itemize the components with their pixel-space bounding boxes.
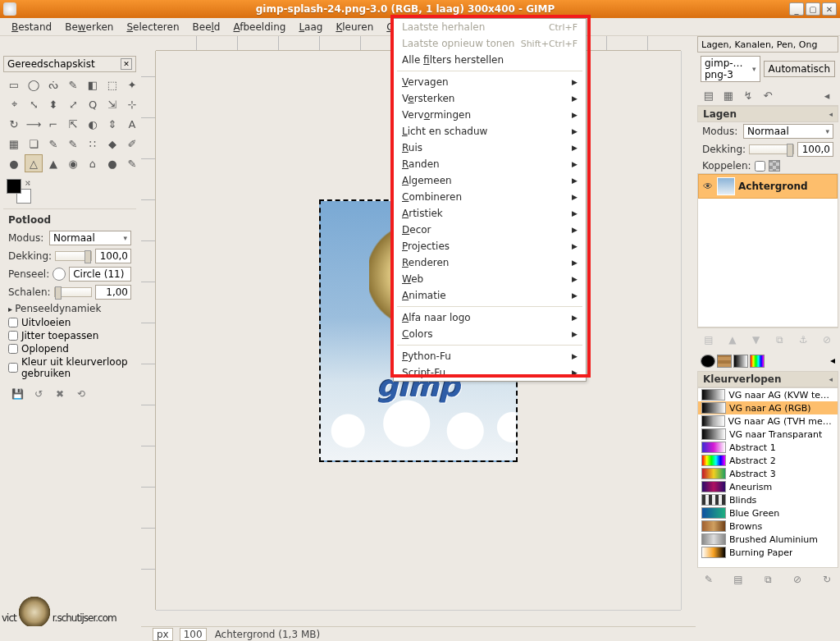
raise-layer-icon[interactable]: ▲ <box>724 332 741 348</box>
gradient-blue-green[interactable]: Blue Green <box>698 506 838 520</box>
auto-button[interactable]: Automatisch <box>764 61 835 77</box>
scale-slider[interactable] <box>54 287 92 297</box>
fg-bg-swatches[interactable]: ⤭ <box>3 174 136 208</box>
delete-layer-icon[interactable]: ⊘ <box>819 332 835 348</box>
tool-7[interactable]: ⌖ <box>5 95 23 113</box>
filter-combineren[interactable]: Combineren▶ <box>394 189 586 205</box>
filter-script-fu[interactable]: Script-Fu▶ <box>394 364 586 381</box>
status-zoom[interactable]: 100 <box>180 628 207 641</box>
filter-decor[interactable]: Decor▶ <box>394 222 586 238</box>
filter-alfa-naar-logo[interactable]: Alfa naar logo▶ <box>394 309 586 326</box>
usegradient-checkbox[interactable] <box>8 363 18 373</box>
tool-2[interactable]: ᔔ <box>44 76 62 94</box>
tool-12[interactable]: ⇲ <box>103 95 121 113</box>
tool-14[interactable]: ↻ <box>5 115 23 133</box>
tool-34[interactable]: ✎ <box>123 154 141 172</box>
active-gradient-icon[interactable] <box>733 355 748 368</box>
opacity-slider[interactable] <box>55 251 92 261</box>
tool-13[interactable]: ⊹ <box>123 95 141 113</box>
filter-python-fu[interactable]: Python-Fu▶ <box>394 348 586 364</box>
opacity-spin[interactable]: 100,0 <box>95 249 131 263</box>
vertical-scrollbar[interactable] <box>681 51 696 610</box>
reset-options-icon[interactable]: ⟲ <box>72 385 90 403</box>
gradient-brushed-aluminium[interactable]: Brushed Aluminium <box>698 533 838 546</box>
maximize-button[interactable]: ▢ <box>806 2 820 16</box>
gradient-aneurism[interactable]: Aneurism <box>698 480 838 493</box>
paths-tab-icon[interactable]: ↯ <box>740 87 756 103</box>
gradient-blinds[interactable]: Blinds <box>698 493 838 506</box>
tool-15[interactable]: ⟶ <box>25 115 43 133</box>
gradient-vg-naar-ag-tvh-met-de[interactable]: VG naar AG (TVH met de <box>698 414 838 428</box>
menu-afbeelding[interactable]: Afbeelding <box>226 20 292 34</box>
new-gradient-icon[interactable]: ▤ <box>730 571 746 588</box>
tool-0[interactable]: ▭ <box>5 76 23 94</box>
undo-tab-icon[interactable]: ↶ <box>760 87 776 103</box>
tool-32[interactable]: ⌂ <box>84 154 102 172</box>
menu-laag[interactable]: Laag <box>292 20 329 34</box>
gradients-menu-icon[interactable]: ◂ <box>829 375 833 383</box>
layer-opacity-spin[interactable]: 100,0 <box>797 142 833 157</box>
tool-17[interactable]: ⇱ <box>64 115 82 133</box>
filter-vervormingen[interactable]: Vervormingen▶ <box>394 107 586 123</box>
tool-11[interactable]: Q <box>84 95 102 113</box>
tool-9[interactable]: ⬍ <box>44 95 62 113</box>
close-button[interactable]: ✕ <box>822 2 837 16</box>
save-options-icon[interactable]: 💾 <box>8 385 26 403</box>
duplicate-gradient-icon[interactable]: ⧉ <box>760 571 776 588</box>
menu-bestand[interactable]: Bestand <box>5 20 58 34</box>
tool-8[interactable]: ⤡ <box>25 95 43 113</box>
fg-color-swatch[interactable] <box>7 179 21 194</box>
edit-gradient-icon[interactable]: ✎ <box>701 571 717 588</box>
filter-alle-filters-herstellen[interactable]: Alle filters herstellen <box>394 52 586 68</box>
gradient-abstract-2[interactable]: Abstract 2 <box>698 454 838 467</box>
channels-tab-icon[interactable]: ▦ <box>720 87 737 103</box>
mode-select[interactable]: Normaal▾ <box>49 231 131 245</box>
fade-checkbox[interactable] <box>8 318 18 327</box>
refresh-gradient-icon[interactable]: ↻ <box>819 571 835 588</box>
brush-dynamics-expander[interactable]: Penseeldynamiek <box>8 301 131 316</box>
menu-beeld[interactable]: Beeld <box>186 20 227 34</box>
menu-kleuren[interactable]: Kleuren <box>329 20 380 34</box>
filter-artistiek[interactable]: Artistiek▶ <box>394 205 586 222</box>
tool-21[interactable]: ▦ <box>5 135 23 153</box>
filter-projecties[interactable]: Projecties▶ <box>394 238 586 254</box>
incremental-checkbox[interactable] <box>8 344 18 354</box>
lock-pixels-checkbox[interactable] <box>755 161 765 172</box>
duplicate-layer-icon[interactable]: ⧉ <box>771 332 788 348</box>
filter-renderen[interactable]: Renderen▶ <box>394 254 586 271</box>
tool-26[interactable]: ◆ <box>103 135 121 153</box>
tool-6[interactable]: ✦ <box>123 76 141 94</box>
filter-licht-en-schaduw[interactable]: Licht en schaduw▶ <box>394 123 586 140</box>
layer-visibility-icon[interactable]: 👁 <box>702 181 714 192</box>
brush-preview-icon[interactable] <box>52 268 66 281</box>
layer-row-achtergrond[interactable]: 👁 Achtergrond <box>698 174 838 199</box>
gradient-abstract-3[interactable]: Abstract 3 <box>698 467 838 480</box>
gradient-abstract-1[interactable]: Abstract 1 <box>698 441 838 454</box>
tool-24[interactable]: ✎ <box>64 135 82 153</box>
active-palette-icon[interactable] <box>750 355 765 368</box>
filter-ruis[interactable]: Ruis▶ <box>394 140 586 156</box>
tool-1[interactable]: ◯ <box>25 76 43 94</box>
tool-25[interactable]: ∷ <box>84 135 102 153</box>
filter-versterken[interactable]: Versterken▶ <box>394 90 586 107</box>
scale-spin[interactable]: 1,00 <box>95 285 131 300</box>
tool-31[interactable]: ◉ <box>64 154 82 172</box>
filter-web[interactable]: Web▶ <box>394 271 586 287</box>
tool-16[interactable]: ⌐ <box>44 115 62 133</box>
tool-33[interactable]: ● <box>103 154 121 172</box>
tool-22[interactable]: ❏ <box>25 135 43 153</box>
layers-menu-icon[interactable]: ◂ <box>829 110 833 118</box>
tool-19[interactable]: ⇕ <box>103 115 121 133</box>
swap-colors-icon[interactable]: ⤭ <box>25 179 31 187</box>
brush-select[interactable]: Circle (11) <box>69 267 131 282</box>
gradient-burning-paper[interactable]: Burning Paper <box>698 546 838 559</box>
delete-gradient-icon[interactable]: ⊘ <box>789 571 806 588</box>
toolbox-close-icon[interactable]: ✕ <box>121 58 132 70</box>
status-units[interactable]: px <box>153 628 173 641</box>
layer-opacity-slider[interactable] <box>749 144 794 154</box>
filter-animatie[interactable]: Animatie▶ <box>394 287 586 304</box>
menu-bewerken[interactable]: Bewerken <box>58 20 120 34</box>
jitter-checkbox[interactable] <box>8 331 18 341</box>
delete-options-icon[interactable]: ✖ <box>51 385 69 403</box>
active-pattern-icon[interactable] <box>717 355 732 368</box>
